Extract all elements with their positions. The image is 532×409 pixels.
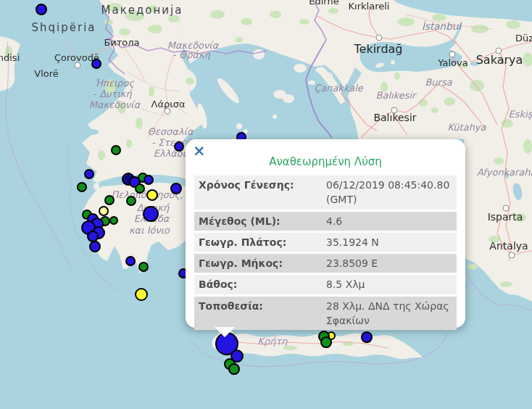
detail-row: Χρόνος Γένεσης:06/12/2019 08:45:40.80 (G… (194, 175, 457, 210)
earthquake-marker[interactable] (135, 288, 148, 301)
detail-label: Βάθος: (194, 275, 323, 294)
earthquake-marker[interactable] (91, 59, 101, 69)
earthquake-marker[interactable] (144, 175, 154, 185)
earthquake-marker[interactable] (126, 196, 136, 206)
detail-row: Μέγεθος (ML):4.6 (194, 212, 457, 231)
earthquake-marker[interactable] (36, 4, 47, 15)
detail-label: Γεωγρ. Πλάτος: (194, 233, 323, 252)
earthquake-marker[interactable] (143, 206, 159, 222)
earthquake-details-table: Χρόνος Γένεσης:06/12/2019 08:45:40.80 (G… (194, 175, 457, 330)
detail-row: Γεωγρ. Μήκος:23.8509 E (194, 254, 457, 273)
detail-row: Γεωγρ. Πλάτος:35.1924 N (194, 233, 457, 252)
earthquake-marker[interactable] (111, 145, 121, 155)
popup-tail (215, 327, 235, 337)
earthquake-marker[interactable] (89, 241, 101, 252)
earthquake-marker[interactable] (174, 141, 184, 152)
detail-value: 35.1924 N (323, 233, 457, 252)
earthquake-marker[interactable] (170, 183, 182, 194)
earthquake-marker[interactable] (109, 216, 118, 225)
earthquake-marker[interactable] (146, 189, 158, 201)
close-icon[interactable]: × (193, 144, 206, 159)
popup-title: Αναθεωρημένη Λύση (194, 155, 457, 168)
detail-label: Τοποθεσία: (194, 297, 323, 331)
detail-row: Βάθος:8.5 Χλμ (194, 275, 457, 294)
earthquake-marker[interactable] (125, 256, 136, 266)
detail-label: Μέγεθος (ML): (194, 212, 323, 231)
detail-label: Γεωγρ. Μήκος: (194, 254, 323, 273)
detail-value: 23.8509 E (323, 254, 457, 273)
detail-value: 8.5 Χλμ (323, 275, 457, 294)
earthquake-marker[interactable] (77, 182, 87, 192)
map-viewport[interactable]: МакедонијаShqipëriaБитолаÇorovodëVlorënd… (0, 0, 532, 409)
earthquake-marker[interactable] (320, 336, 332, 348)
earthquake-marker[interactable] (361, 331, 373, 343)
earthquake-marker[interactable] (228, 363, 240, 375)
detail-value: 28 Χλμ. ΔΝΔ της Χώρας Σφακίων (323, 297, 457, 331)
earthquake-marker[interactable] (135, 183, 145, 194)
detail-value: 4.6 (323, 212, 457, 231)
earthquake-marker[interactable] (138, 262, 149, 272)
detail-row: Τοποθεσία:28 Χλμ. ΔΝΔ της Χώρας Σφακίων (194, 297, 457, 331)
detail-value: 06/12/2019 08:45:40.80 (GMT) (323, 175, 457, 210)
earthquake-marker[interactable] (104, 195, 115, 205)
earthquake-marker[interactable] (99, 206, 109, 216)
earthquake-popup: × Αναθεωρημένη Λύση Χρόνος Γένεσης:06/12… (186, 139, 465, 328)
detail-label: Χρόνος Γένεσης: (194, 175, 323, 210)
earthquake-marker[interactable] (84, 169, 94, 179)
